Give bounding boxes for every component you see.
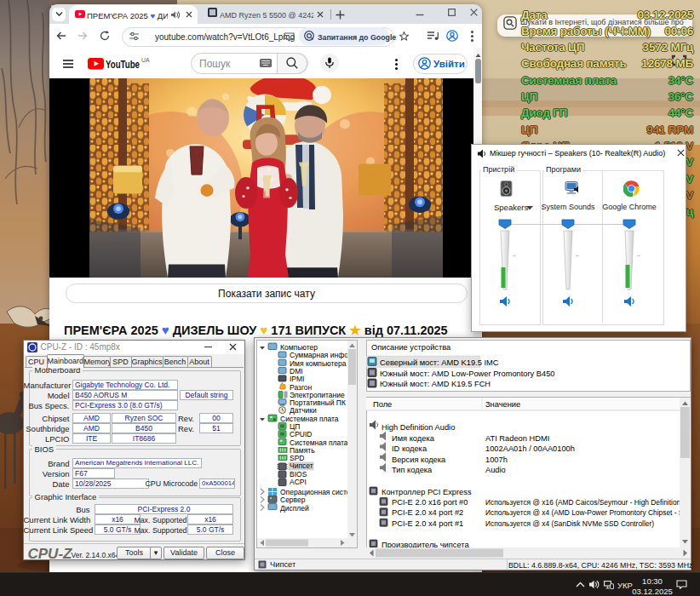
svg-text:Версия кодека: Версия кодека (392, 456, 446, 464)
svg-text:Используется @ x4 (AMD Low-Po: Используется @ x4 (AMD Low-Power Promont… (485, 508, 691, 517)
svg-text:PCI-E 2.0 x4 port #2: PCI-E 2.0 x4 port #2 (392, 508, 463, 517)
svg-text:Поле: Поле (373, 400, 392, 409)
svg-text:Северный мост: AMD K19.5 IMC: Северный мост: AMD K19.5 IMC (380, 358, 499, 367)
svg-text:Значение: Значение (485, 400, 520, 409)
svg-text:1002AA01h / 00AA0100h: 1002AA01h / 00AA0100h (485, 444, 575, 453)
svg-text:1007h: 1007h (485, 456, 508, 464)
svg-text:PCI-E 2.0 x4 port #1: PCI-E 2.0 x4 port #1 (392, 519, 463, 528)
svg-text:Южный мост: AMD K19.5 FCH: Южный мост: AMD K19.5 FCH (380, 380, 491, 388)
svg-text:YouTube: YouTube (106, 58, 140, 70)
svg-text:Используется @ x16 (AMD Caico: Используется @ x16 (AMD Caicos/Seymour -… (485, 498, 691, 507)
svg-text:Тип кодека: Тип кодека (392, 466, 433, 474)
svg-text:Южный мост: AMD Low-Power Prom: Южный мост: AMD Low-Power Promontory B45… (380, 370, 555, 378)
svg-text:Контроллер PCI Express: Контроллер PCI Express (382, 488, 472, 496)
svg-text:ATI Radeon HDMI: ATI Radeon HDMI (485, 434, 549, 443)
svg-text:Используется @ x4 (SanDisk NV: Используется @ x4 (SanDisk NVMe SSD Cont… (485, 519, 654, 528)
svg-text:Имя кодека: Имя кодека (392, 434, 435, 443)
svg-text:High Definition Audio: High Definition Audio (382, 423, 455, 432)
svg-text:PCI-E 2.0 x16 port #0: PCI-E 2.0 x16 port #0 (392, 498, 468, 507)
svg-text:Audio: Audio (485, 466, 506, 474)
svg-text:Описание устройства: Описание устройства (371, 343, 451, 352)
svg-text:ACPI: ACPI (290, 478, 307, 486)
svg-text:ID кодека: ID кодека (392, 444, 427, 453)
svg-text:Дисплей: Дисплей (280, 504, 309, 513)
